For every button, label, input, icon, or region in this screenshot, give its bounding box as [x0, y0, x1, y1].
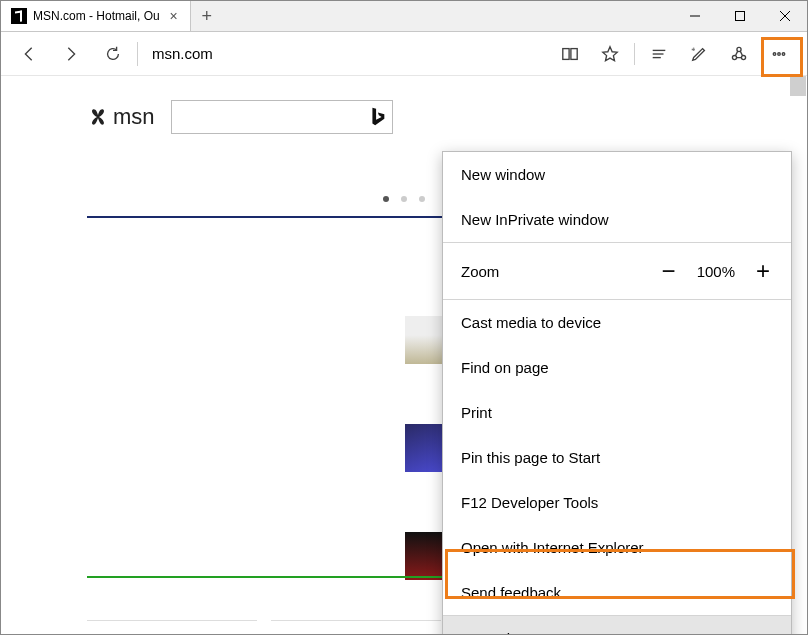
hub-icon[interactable] [639, 34, 679, 74]
svg-point-15 [773, 52, 776, 55]
reading-view-icon[interactable] [550, 34, 590, 74]
menu-zoom: Zoom − 100% + [443, 243, 791, 299]
menu-send-feedback[interactable]: Send feedback [443, 570, 791, 615]
menu-cast[interactable]: Cast media to device [443, 300, 791, 345]
window-close-button[interactable] [762, 1, 807, 31]
tab-title: MSN.com - Hotmail, Ou [33, 9, 160, 23]
content-card[interactable] [87, 620, 257, 635]
zoom-value: 100% [697, 263, 735, 280]
share-icon[interactable] [719, 34, 759, 74]
tab-close-icon[interactable]: × [166, 8, 182, 24]
page-content: msn New window New InPrivate window Zoom… [1, 76, 807, 634]
toolbar-separator [634, 43, 635, 65]
story-thumbnails [405, 316, 445, 580]
window-minimize-button[interactable] [672, 1, 717, 31]
more-menu-button[interactable] [759, 34, 799, 74]
window-maximize-button[interactable] [717, 1, 762, 31]
scrollbar-thumb[interactable] [790, 76, 806, 96]
menu-new-inprivate[interactable]: New InPrivate window [443, 197, 791, 242]
menu-open-with-ie[interactable]: Open with Internet Explorer [443, 525, 791, 570]
bing-icon [366, 106, 388, 128]
svg-point-13 [732, 55, 736, 59]
zoom-in-button[interactable]: + [753, 257, 773, 285]
dot-3[interactable] [419, 196, 425, 202]
story-thumbnail[interactable] [405, 316, 445, 364]
zoom-label: Zoom [461, 263, 499, 280]
menu-developer-tools[interactable]: F12 Developer Tools [443, 480, 791, 525]
svg-rect-1 [735, 12, 744, 21]
new-tab-button[interactable]: + [191, 1, 223, 31]
msn-brand-text: msn [113, 104, 155, 130]
address-text: msn.com [146, 45, 213, 62]
web-note-icon[interactable] [679, 34, 719, 74]
menu-print[interactable]: Print [443, 390, 791, 435]
section-divider [87, 576, 447, 578]
dot-1[interactable] [383, 196, 389, 202]
msn-logo[interactable]: msn [87, 104, 155, 130]
favorites-star-icon[interactable] [590, 34, 630, 74]
msn-favicon [11, 8, 27, 24]
menu-new-window[interactable]: New window [443, 152, 791, 197]
refresh-button[interactable] [93, 34, 133, 74]
menu-extensions[interactable]: Extensions [443, 616, 791, 635]
svg-point-16 [778, 52, 781, 55]
story-thumbnail[interactable] [405, 532, 445, 580]
story-thumbnail[interactable] [405, 424, 445, 472]
svg-point-12 [737, 47, 741, 51]
browser-tab[interactable]: MSN.com - Hotmail, Ou × [1, 1, 191, 31]
butterfly-icon [87, 106, 109, 128]
svg-rect-5 [571, 48, 577, 59]
toolbar-separator [137, 42, 138, 66]
zoom-out-button[interactable]: − [659, 257, 679, 285]
dot-2[interactable] [401, 196, 407, 202]
window-titlebar: MSN.com - Hotmail, Ou × + [1, 1, 807, 32]
svg-marker-6 [603, 46, 617, 60]
browser-toolbar: msn.com [1, 32, 807, 76]
svg-rect-4 [563, 48, 569, 59]
more-menu: New window New InPrivate window Zoom − 1… [442, 151, 792, 635]
back-button[interactable] [9, 34, 49, 74]
menu-pin-to-start[interactable]: Pin this page to Start [443, 435, 791, 480]
svg-point-14 [741, 55, 745, 59]
forward-button[interactable] [51, 34, 91, 74]
svg-point-17 [782, 52, 785, 55]
vertical-scrollbar[interactable] [790, 76, 806, 634]
content-card[interactable] [271, 620, 441, 635]
address-bar[interactable]: msn.com [146, 34, 548, 74]
menu-find[interactable]: Find on page [443, 345, 791, 390]
search-input[interactable] [171, 100, 393, 134]
